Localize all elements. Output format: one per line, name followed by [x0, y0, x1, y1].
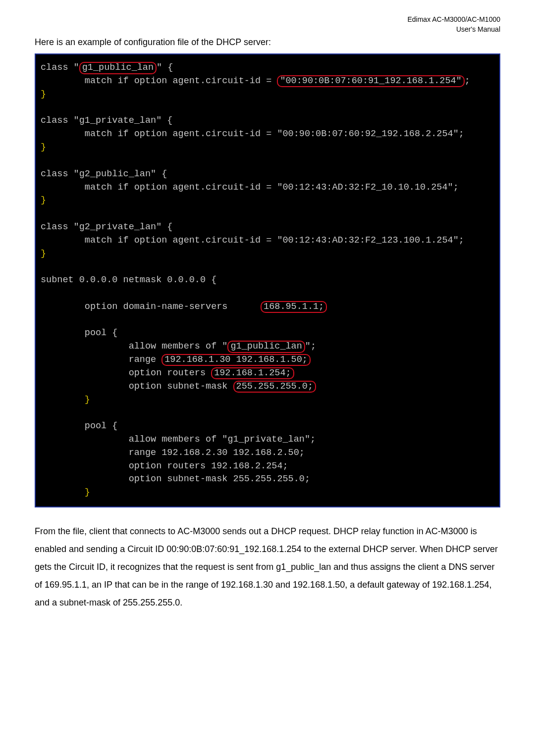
highlight-dns: 168.95.1.1; — [261, 301, 327, 313]
highlight-mask: 255.255.255.0; — [233, 381, 316, 393]
code-line: match if option agent.circuit-id = "00:1… — [41, 182, 459, 193]
header: Edimax AC-M3000/AC-M1000 User's Manual — [35, 15, 500, 34]
page-container: Edimax AC-M3000/AC-M1000 User's Manual H… — [0, 0, 535, 756]
code-line: pool { — [41, 421, 117, 431]
highlight-routers: 192.168.1.254; — [211, 367, 294, 379]
header-product: Edimax AC-M3000/AC-M1000 — [35, 15, 500, 25]
code-line: class "g2_public_lan" { — [41, 169, 167, 179]
code-line: option subnet-mask 255.255.255.0; — [41, 474, 310, 484]
code-line: option routers 192.168.1.254; — [41, 368, 294, 378]
code-line: range 192.168.1.30 192.168.1.50; — [41, 354, 311, 365]
code-line: option routers 192.168.2.254; — [41, 461, 288, 471]
code-line: } — [41, 487, 90, 498]
body-paragraph: From the file, client that connects to A… — [35, 522, 500, 611]
code-line: allow members of "g1_private_lan"; — [41, 434, 316, 445]
header-manual: User's Manual — [35, 25, 500, 35]
code-block: class "g1_public_lan" { match if option … — [35, 53, 500, 507]
code-line: allow members of "g1_public_lan"; — [41, 341, 316, 352]
code-line: range 192.168.2.30 192.168.2.50; — [41, 448, 305, 458]
code-line: class "g1_private_lan" { — [41, 115, 172, 126]
code-line: } — [41, 249, 46, 259]
highlight-pool-class: g1_public_lan — [227, 341, 305, 353]
intro-text: Here is an example of configuration file… — [35, 37, 500, 48]
code-line: class "g1_public_lan" { — [41, 62, 173, 73]
code-line: option subnet-mask 255.255.255.0; — [41, 381, 316, 392]
highlight-circuit-id: "00:90:0B:07:60:91_192.168.1.254" — [277, 75, 464, 87]
code-line: subnet 0.0.0.0 netmask 0.0.0.0 { — [41, 275, 216, 285]
code-line: match if option agent.circuit-id = "00:9… — [41, 76, 470, 86]
code-line: pool { — [41, 328, 117, 338]
code-line: } — [41, 142, 46, 152]
code-line: option domain-name-servers 168.95.1.1; — [41, 302, 327, 312]
code-line: } — [41, 89, 46, 100]
code-line: match if option agent.circuit-id = "00:9… — [41, 129, 464, 139]
code-line: } — [41, 195, 46, 205]
highlight-class-name: g1_public_lan — [79, 62, 157, 74]
highlight-range: 192.168.1.30 192.168.1.50; — [161, 354, 311, 366]
code-line: class "g2_private_lan" { — [41, 222, 172, 232]
code-line: match if option agent.circuit-id = "00:1… — [41, 235, 464, 246]
code-line: } — [41, 395, 90, 405]
